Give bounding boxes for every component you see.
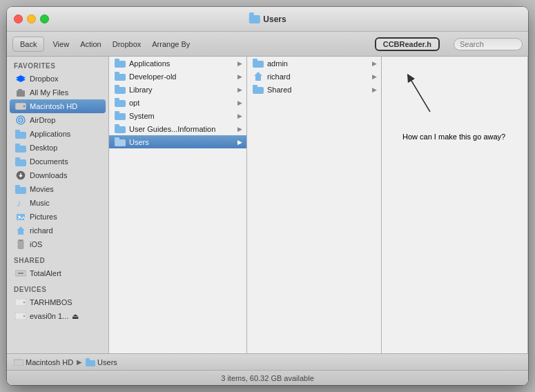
- svg-marker-21: [17, 226, 25, 235]
- ccbreader-tab[interactable]: CCBReader.h: [375, 37, 440, 51]
- sidebar-item-richard[interactable]: richard: [10, 224, 106, 237]
- airdrop-icon: [15, 115, 26, 126]
- svg-rect-36: [115, 100, 126, 107]
- minimize-button[interactable]: [27, 14, 36, 23]
- svg-rect-43: [115, 137, 119, 140]
- ios-icon: [15, 239, 26, 250]
- svg-rect-39: [115, 111, 119, 114]
- window-title: Users: [249, 14, 286, 24]
- svg-rect-2: [17, 90, 25, 97]
- sidebar-item-label: Pictures: [30, 213, 57, 221]
- pane-1: Applications ▶ Developer-old ▶ Library ▶…: [109, 57, 247, 353]
- sidebar-item-desktop[interactable]: Desktop: [10, 141, 106, 155]
- sidebar-item-label: All My Files: [30, 88, 68, 97]
- sidebar-item-dropbox[interactable]: Dropbox: [10, 72, 106, 86]
- back-button[interactable]: Back: [12, 37, 44, 52]
- sidebar-item-pictures[interactable]: Pictures: [10, 210, 106, 224]
- window-controls: [14, 14, 49, 23]
- list-item[interactable]: User Guides...Information ▶: [109, 122, 246, 135]
- svg-rect-38: [115, 113, 126, 120]
- svg-rect-48: [253, 85, 257, 88]
- arrow-icon: ▶: [237, 60, 242, 67]
- sidebar-item-evasion[interactable]: evasi0n 1... ⏏: [10, 309, 106, 323]
- action-menu[interactable]: Action: [80, 40, 101, 48]
- arrow-icon: ▶: [372, 73, 377, 80]
- applications-folder-icon: [15, 128, 26, 139]
- arrow-icon: ▶: [237, 139, 242, 146]
- status-bar: 3 items, 60.32 GB available: [7, 370, 528, 385]
- shared-header: SHARED: [7, 251, 108, 266]
- svg-rect-51: [86, 360, 95, 366]
- sidebar-item-label: Desktop: [30, 144, 57, 152]
- search-input[interactable]: [454, 38, 523, 50]
- arrange-by-menu[interactable]: Arrange By: [152, 40, 190, 48]
- list-item[interactable]: Shared ▶: [247, 83, 381, 96]
- music-icon: ♪: [15, 197, 26, 208]
- sidebar-item-label: evasi0n 1...: [30, 312, 68, 320]
- list-item[interactable]: admin ▶: [247, 57, 381, 70]
- sidebar-item-documents[interactable]: Documents: [10, 155, 106, 168]
- sidebar-item-label: Applications: [30, 130, 70, 138]
- sidebar-item-all-files[interactable]: All My Files: [10, 86, 106, 99]
- svg-rect-33: [115, 72, 119, 75]
- list-item[interactable]: richard ▶: [247, 70, 381, 83]
- downloads-icon: [15, 170, 26, 181]
- evasion-drive-icon: [15, 311, 26, 322]
- annotation-arrow: [389, 63, 471, 119]
- list-item[interactable]: System ▶: [109, 109, 246, 122]
- sidebar-item-music[interactable]: ♪ Music: [10, 196, 106, 210]
- svg-marker-46: [254, 72, 262, 81]
- svg-rect-25: [18, 273, 23, 274]
- sidebar-item-ios[interactable]: iOS: [10, 237, 106, 251]
- list-item[interactable]: Applications ▶: [109, 57, 246, 70]
- sidebar-item-label: Music: [30, 199, 50, 207]
- sidebar-item-downloads[interactable]: Downloads: [10, 168, 106, 182]
- annotation-text: How can I make this go away?: [402, 133, 505, 141]
- toolbar-menu: View Action Dropbox Arrange By: [52, 40, 374, 48]
- allfiles-icon: [15, 87, 26, 98]
- svg-point-5: [23, 106, 26, 108]
- sidebar-item-label: richard: [30, 226, 53, 235]
- svg-rect-12: [15, 144, 20, 146]
- sidebar-item-label: Dropbox: [30, 75, 59, 83]
- breadcrumb: Macintosh HD ▶ Users: [14, 358, 521, 366]
- view-menu[interactable]: View: [52, 40, 69, 48]
- documents-folder-icon: [15, 156, 26, 167]
- eject-icon[interactable]: ⏏: [72, 312, 79, 321]
- maximize-button[interactable]: [40, 14, 49, 23]
- sidebar-item-airdrop[interactable]: AirDrop: [10, 113, 106, 127]
- sidebar: FAVORITES Dropbox All My Files: [7, 57, 109, 353]
- hd-icon: [15, 101, 26, 112]
- close-button[interactable]: [14, 14, 23, 23]
- svg-rect-10: [15, 130, 20, 133]
- sidebar-item-label: Movies: [30, 185, 54, 193]
- breadcrumb-item[interactable]: Users: [86, 358, 117, 366]
- svg-rect-52: [86, 358, 90, 361]
- svg-rect-42: [115, 139, 126, 146]
- svg-text:♪: ♪: [17, 198, 21, 208]
- arrow-icon: ▶: [237, 112, 242, 119]
- folder-icon: [249, 15, 260, 23]
- dropbox-menu[interactable]: Dropbox: [113, 40, 142, 48]
- sidebar-item-macintosh-hd[interactable]: Macintosh HD: [10, 99, 106, 113]
- network-icon: [15, 268, 26, 279]
- list-item[interactable]: Developer-old ▶: [109, 70, 246, 83]
- list-item[interactable]: Users ▶: [109, 135, 246, 148]
- dropbox-icon: [15, 73, 26, 84]
- svg-rect-40: [115, 126, 126, 133]
- list-item[interactable]: opt ▶: [109, 96, 246, 109]
- sidebar-item-label: Documents: [30, 157, 68, 166]
- svg-rect-44: [253, 61, 264, 68]
- breadcrumb-item[interactable]: Macintosh HD: [14, 358, 73, 366]
- svg-rect-45: [253, 59, 257, 61]
- sidebar-item-tarhmbos[interactable]: TARHMBOS: [10, 295, 106, 309]
- home-icon: [15, 225, 26, 236]
- svg-rect-34: [115, 87, 126, 94]
- list-item[interactable]: Library ▶: [109, 83, 246, 96]
- sidebar-item-applications[interactable]: Applications: [10, 127, 106, 141]
- svg-rect-50: [14, 360, 23, 366]
- arrow-icon: ▶: [372, 86, 377, 93]
- svg-rect-3: [18, 89, 22, 91]
- sidebar-item-movies[interactable]: Movies: [10, 182, 106, 196]
- sidebar-item-totalalert[interactable]: TotalAlert: [10, 266, 106, 280]
